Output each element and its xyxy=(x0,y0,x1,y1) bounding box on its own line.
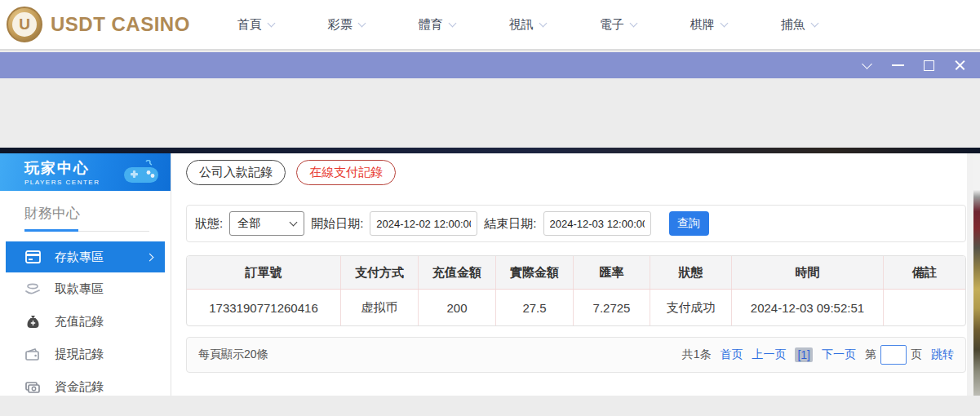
chevron-down-icon xyxy=(862,59,872,69)
nav-item-fishing[interactable]: 捕魚 xyxy=(781,17,818,33)
coins-record-icon xyxy=(24,380,41,393)
minimize-button[interactable] xyxy=(882,52,913,78)
status-select-value: 全部 xyxy=(237,216,260,231)
sidebar-item-label: 提現記錄 xyxy=(55,347,104,362)
end-date-input[interactable] xyxy=(543,211,651,236)
nav-item-lottery[interactable]: 彩票 xyxy=(328,17,365,33)
cell-actual-amount: 27.5 xyxy=(496,290,574,325)
main-panel: 公司入款記錄 在線支付記錄 狀態: 全部 開始日期: 結束日期: 查詢 訂單號 … xyxy=(171,153,967,396)
header-exchange-rate: 匯率 xyxy=(574,256,650,289)
pagination: 共1条 首页 上一页 [1] 下一页 第 页 跳转 xyxy=(682,345,954,365)
cell-order-number: 1733190771260416 xyxy=(187,290,341,325)
header-payment-method: 支付方式 xyxy=(341,256,419,289)
chevron-down-icon xyxy=(539,19,547,27)
top-nav: U USDT CASINO 首頁 彩票 體育 視訊 電子 xyxy=(0,0,980,51)
close-button[interactable] xyxy=(944,52,975,78)
background-image-edge xyxy=(973,153,980,396)
sidebar-item-funds-records[interactable]: 資金記錄 xyxy=(6,370,165,403)
header-remark: 備註 xyxy=(884,256,965,289)
logo-coin-icon: U xyxy=(7,7,42,42)
chevron-down-icon xyxy=(290,219,298,227)
status-select[interactable]: 全部 xyxy=(229,211,304,236)
start-date-input[interactable] xyxy=(370,211,477,236)
nav-label: 棋牌 xyxy=(690,17,715,33)
jump-suffix-label: 页 xyxy=(911,347,922,362)
chevron-down-icon xyxy=(357,19,366,27)
nav-label: 視訊 xyxy=(509,17,534,33)
header-actual-amount: 實際金額 xyxy=(496,256,574,289)
nav-item-sports[interactable]: 體育 xyxy=(419,17,455,33)
logo-letter: U xyxy=(12,12,37,37)
chevron-down-icon xyxy=(629,19,637,27)
table-footer: 每頁顯示20條 共1条 首页 上一页 [1] 下一页 第 页 跳转 xyxy=(186,337,966,373)
cell-remark xyxy=(884,290,965,325)
content-area: 玩家中心 PLAYERS CENTER 財務中心 xyxy=(0,153,967,396)
cell-time: 2024-12-03 09:52:51 xyxy=(732,290,884,325)
main-menu: 首頁 彩票 體育 視訊 電子 棋牌 xyxy=(237,17,818,33)
brand-logo[interactable]: U USDT CASINO xyxy=(7,7,190,42)
players-center-header: 玩家中心 PLAYERS CENTER xyxy=(0,153,171,191)
header-status: 狀態 xyxy=(650,256,732,289)
nav-item-chess[interactable]: 棋牌 xyxy=(690,17,727,33)
cell-status: 支付成功 xyxy=(650,290,732,325)
maximize-button[interactable] xyxy=(913,52,944,78)
chevron-down-icon xyxy=(267,19,275,27)
chevron-right-icon xyxy=(146,253,154,261)
jump-prefix-label: 第 xyxy=(865,347,876,362)
page-size-label: 每頁顯示20條 xyxy=(198,347,268,362)
chevron-down-icon xyxy=(720,19,728,27)
sidebar-menu: 存款專區 取款專區 充值記錄 xyxy=(0,241,171,403)
right-gutter xyxy=(967,153,980,396)
search-button[interactable]: 查詢 xyxy=(669,211,709,236)
gamepad-icon xyxy=(122,160,161,184)
section-underline xyxy=(24,231,149,232)
total-count-label: 共1条 xyxy=(682,347,712,362)
nav-label: 首頁 xyxy=(237,17,262,33)
chevron-down-icon xyxy=(810,19,818,27)
prev-page-link[interactable]: 上一页 xyxy=(752,347,786,362)
app-window: U USDT CASINO 首頁 彩票 體育 視訊 電子 xyxy=(0,0,980,416)
cell-exchange-rate: 7.2725 xyxy=(574,290,650,325)
chevron-down-icon xyxy=(448,19,456,27)
dropdown-button[interactable] xyxy=(851,52,882,78)
sidebar-item-withdraw-zone[interactable]: 取款專區 xyxy=(6,272,165,305)
sidebar-item-label: 充值記錄 xyxy=(55,314,104,330)
sidebar-item-label: 資金記錄 xyxy=(55,379,104,395)
table-header-row: 訂單號 支付方式 充值金額 實際金額 匯率 狀態 時間 備註 xyxy=(187,256,965,290)
nav-label: 體育 xyxy=(419,17,443,33)
nav-label: 電子 xyxy=(600,17,624,33)
maximize-icon xyxy=(924,60,934,71)
current-page-indicator: [1] xyxy=(795,347,813,362)
nav-item-live-video[interactable]: 視訊 xyxy=(509,17,546,33)
money-bag-icon xyxy=(24,315,41,329)
wallet-icon xyxy=(24,348,41,361)
brand-name: USDT CASINO xyxy=(51,13,190,36)
nav-item-electronic[interactable]: 電子 xyxy=(600,17,636,33)
hand-money-icon xyxy=(24,282,41,295)
sidebar-item-recharge-records[interactable]: 充值記錄 xyxy=(6,305,165,338)
next-page-link[interactable]: 下一页 xyxy=(822,347,856,362)
finance-section-title: 財務中心 xyxy=(24,204,171,223)
header-time: 時間 xyxy=(732,256,884,289)
tab-company-deposit-records[interactable]: 公司入款記錄 xyxy=(186,160,286,185)
minimize-icon xyxy=(892,64,904,66)
table-row: 1733190771260416 虚拟币 200 27.5 7.2725 支付成… xyxy=(187,290,965,325)
content-top-divider xyxy=(0,148,980,153)
start-date-label: 開始日期: xyxy=(311,216,363,232)
sidebar: 玩家中心 PLAYERS CENTER 財務中心 xyxy=(0,153,171,396)
jump-page-input[interactable] xyxy=(880,345,907,365)
tab-online-payment-records[interactable]: 在線支付記錄 xyxy=(296,160,396,185)
status-label: 狀態: xyxy=(195,216,223,232)
bank-card-icon xyxy=(24,250,41,263)
nav-item-home[interactable]: 首頁 xyxy=(237,17,274,33)
first-page-link[interactable]: 首页 xyxy=(720,347,743,362)
sidebar-item-deposit-zone[interactable]: 存款專區 xyxy=(6,241,165,272)
nav-label: 彩票 xyxy=(328,17,353,33)
jump-button[interactable]: 跳转 xyxy=(931,347,954,362)
filter-bar: 狀態: 全部 開始日期: 結束日期: 查詢 xyxy=(186,205,966,242)
sidebar-item-withdrawal-records[interactable]: 提現記錄 xyxy=(6,338,165,370)
end-date-label: 結束日期: xyxy=(484,216,536,232)
nav-label: 捕魚 xyxy=(781,17,805,33)
record-tabs: 公司入款記錄 在線支付記錄 xyxy=(186,160,967,185)
jump-group: 第 页 xyxy=(865,345,922,365)
